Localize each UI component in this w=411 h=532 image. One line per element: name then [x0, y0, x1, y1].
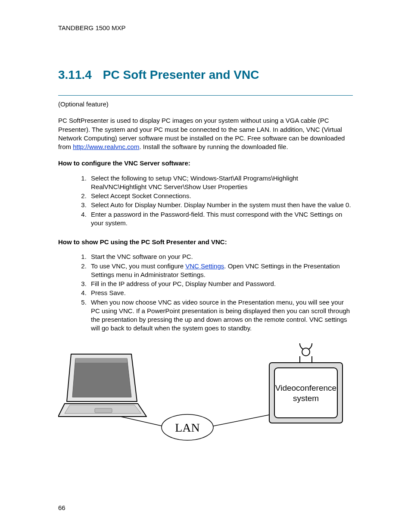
list-item: Start the VNC software on your PC. — [88, 252, 353, 261]
svg-rect-4 — [95, 408, 112, 413]
list-item: Fill in the IP address of your PC, Displ… — [88, 280, 353, 288]
title-separator — [58, 95, 353, 96]
configure-list: Select the following to setup VNC; Windo… — [88, 174, 353, 228]
intro-paragraph: PC SoftPresenter is used to display PC i… — [58, 116, 353, 151]
show-list: Start the VNC software on your PC. To us… — [88, 252, 353, 333]
section-title: 3.11.4PC Soft Presenter and VNC — [58, 67, 353, 83]
laptop-icon — [58, 354, 146, 417]
svg-marker-7 — [75, 358, 127, 363]
section-number: 3.11.4 — [58, 67, 92, 83]
vc-label-2: system — [293, 394, 319, 403]
realvnc-link[interactable]: http://www.realvnc.com — [73, 143, 139, 150]
svg-marker-6 — [72, 358, 131, 397]
list-item: When you now choose VNC as video source … — [88, 298, 353, 333]
page-number: 66 — [58, 504, 65, 512]
svg-rect-11 — [274, 368, 337, 418]
list-item: Select the following to setup VNC; Windo… — [88, 174, 353, 192]
lan-node: LAN — [162, 414, 213, 440]
list-item: To use VNC, you must configure VNC Setti… — [88, 262, 353, 280]
lan-label: LAN — [175, 421, 200, 434]
intro-text-b: . Install the software by running the do… — [139, 143, 288, 150]
list-item: Select Accept Socket Connections. — [88, 192, 353, 200]
vc-label-1: Videoconference — [275, 383, 336, 392]
network-diagram: LAN Videoconference system — [58, 343, 351, 451]
optional-note: (Optional feature) — [58, 100, 353, 109]
svg-point-9 — [302, 348, 310, 356]
show-subheading: How to show PC using the PC Soft Present… — [58, 238, 353, 246]
vnc-settings-link[interactable]: VNC Settings — [185, 262, 224, 270]
configure-subheading: How to configure the VNC Server software… — [58, 159, 353, 168]
list-item: Select Auto for Display Number. Display … — [88, 201, 353, 209]
videoconference-icon: Videoconference system — [269, 343, 342, 423]
list-item: Press Save. — [88, 289, 353, 297]
section-heading-text: PC Soft Presenter and VNC — [103, 68, 259, 81]
list-item: Enter a password in the Password-field. … — [88, 210, 353, 228]
li2-a: To use VNC, you must configure — [91, 262, 185, 270]
document-header: TANDBERG 1500 MXP — [58, 24, 353, 32]
